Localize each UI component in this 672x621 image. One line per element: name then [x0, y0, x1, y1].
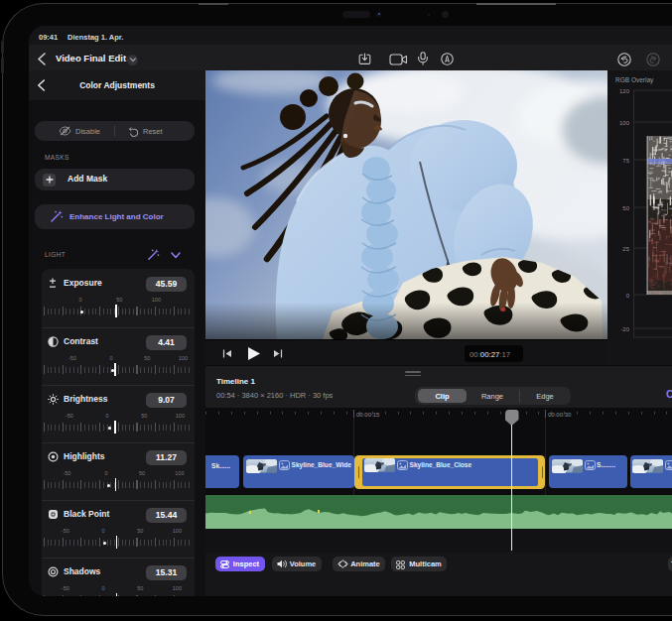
svg-text:RGB Overlay: RGB Overlay: [615, 76, 654, 84]
svg-text:-20: -20: [620, 326, 629, 332]
svg-text:50: 50: [622, 205, 629, 211]
svg-text:00:00:27:17: 00:00:27:17: [470, 350, 510, 359]
svg-text:120: 120: [619, 88, 630, 94]
svg-text:100: 100: [619, 120, 630, 126]
svg-text:75: 75: [622, 158, 629, 164]
svg-text:25: 25: [622, 246, 629, 252]
